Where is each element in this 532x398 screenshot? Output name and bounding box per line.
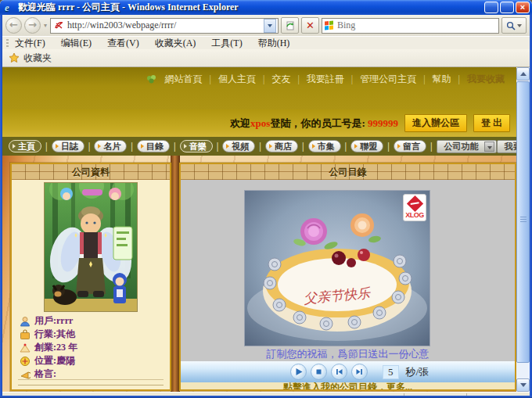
maximize-button[interactable]	[500, 2, 514, 13]
welcome-username: xpos	[250, 117, 270, 130]
arrow-icon	[354, 144, 358, 149]
history-chevron-icon[interactable]: ▾	[44, 22, 47, 29]
profile-field: 位置:慶陽	[20, 354, 165, 368]
separator: |	[387, 141, 390, 152]
interval-value[interactable]: 5	[383, 365, 399, 379]
arrow-icon	[312, 144, 315, 149]
field-value: 慶陽	[56, 354, 75, 368]
separator: |	[297, 74, 299, 85]
scrollbar-thumb[interactable]	[516, 81, 530, 363]
motto-icon	[20, 369, 31, 380]
slideshow-image[interactable]: 父亲节快乐 XLOG	[245, 191, 430, 346]
window-title: 歡迎光臨 rrrr - 公司主頁 - Windows Internet Expl…	[18, 1, 484, 14]
enter-office-button[interactable]: 進入辦公區	[404, 114, 467, 132]
welcome-prefix: 欢迎	[230, 117, 250, 131]
play-button[interactable]	[290, 364, 307, 380]
tab-label: 公司功能	[444, 141, 479, 152]
divider	[18, 385, 164, 385]
tab-label: 留言	[403, 141, 420, 152]
tab-item[interactable]: 音樂	[180, 140, 213, 152]
tab-item[interactable]: 商店	[265, 140, 298, 152]
previous-button[interactable]	[331, 364, 347, 380]
favorites-bar[interactable]: 收藏夹	[2, 49, 530, 67]
toolbar-grip[interactable]	[6, 39, 9, 48]
scroll-down-icon[interactable]	[516, 378, 530, 392]
site-favicon-icon	[54, 20, 64, 30]
tab-item[interactable]: 聯盟	[350, 140, 383, 152]
field-label: 位置:	[34, 354, 56, 368]
search-input[interactable]	[336, 19, 496, 32]
separator: |	[458, 74, 460, 85]
slideshow-player: 5 秒/張	[181, 361, 515, 382]
separator: |	[351, 74, 353, 85]
refresh-button[interactable]	[281, 17, 299, 34]
field-value: 23 年	[56, 341, 77, 354]
tab-label: 音樂	[189, 141, 207, 152]
window-border-left	[0, 15, 2, 398]
stop-button[interactable]: ✕	[301, 17, 319, 34]
menu-item[interactable]: 工具(T)	[211, 37, 242, 50]
address-dropdown-icon[interactable]	[264, 19, 276, 33]
search-button[interactable]	[501, 17, 527, 34]
tab-item[interactable]: 視頻	[222, 140, 255, 152]
tab-label: 目錄	[146, 141, 164, 152]
xlog-diamond-icon	[406, 195, 422, 212]
tab-item[interactable]: 目錄	[137, 140, 170, 152]
tab-item[interactable]: 名片	[94, 140, 127, 152]
scroll-up-icon[interactable]	[516, 67, 530, 81]
separator: |	[259, 141, 261, 152]
company-info-title: 公司資料	[72, 166, 110, 179]
title-bar[interactable]: e 歡迎光臨 rrrr - 公司主頁 - Windows Internet Ex…	[0, 0, 532, 15]
search-dropdown-icon[interactable]	[517, 24, 522, 27]
welcome-row: 欢迎xpos登陆，你的员工号是: 999999 進入辦公區 登 出	[230, 114, 510, 132]
ie-logo-icon: e	[5, 2, 16, 13]
arrow-icon	[56, 144, 59, 149]
tab-item[interactable]: 主頁	[9, 140, 41, 152]
menu-item[interactable]: 查看(V)	[107, 37, 139, 50]
site-nav-item[interactable]: 我要註冊	[307, 73, 344, 86]
address-input[interactable]	[66, 19, 264, 32]
tab-dropdown[interactable]: 公司功能	[437, 140, 497, 153]
divider	[18, 379, 164, 380]
site-nav-item[interactable]: 管理公司主頁	[360, 73, 416, 86]
field-label: 創業:	[34, 341, 56, 354]
profile-field: 用戶:rrrr	[20, 314, 165, 328]
field-value: rrrr	[56, 315, 73, 327]
company-directory-title: 公司目錄	[329, 166, 367, 179]
tab-item[interactable]: 市集	[308, 140, 341, 152]
page-scrollbar[interactable]	[516, 67, 530, 392]
next-button[interactable]	[351, 364, 368, 380]
menu-item[interactable]: 收藏夹(A)	[155, 37, 196, 50]
separator: |	[45, 141, 48, 152]
directory-more-link[interactable]: 點擊進入我的公司目錄，更多...	[181, 382, 515, 389]
minimize-button[interactable]	[484, 2, 498, 13]
menu-item[interactable]: 文件(F)	[15, 37, 45, 50]
site-nav-item[interactable]: 個人主頁	[218, 73, 256, 86]
forward-button[interactable]: →	[24, 17, 41, 34]
search-box	[322, 18, 499, 34]
logout-button[interactable]: 登 出	[473, 114, 510, 132]
menu-item[interactable]: 编辑(E)	[61, 37, 92, 50]
site-nav-item[interactable]: 網站首頁	[165, 73, 203, 86]
leaf-icon	[146, 74, 156, 84]
profile-field: 創業:23 年	[20, 341, 165, 354]
interval-unit: 秒/張	[406, 365, 430, 379]
stop-playback-button[interactable]	[311, 364, 327, 380]
back-button[interactable]: ←	[5, 17, 22, 34]
slideshow-caption: 訂制您的祝福，爲節日送出一份心意	[181, 347, 515, 361]
menu-item[interactable]: 帮助(H)	[258, 37, 290, 50]
tab-item[interactable]: 留言	[394, 140, 426, 152]
close-button[interactable]: ×	[516, 2, 530, 13]
tab-item[interactable]: 日誌	[52, 140, 84, 152]
separator: |	[174, 141, 176, 152]
company-directory-header: 公司目錄	[181, 164, 515, 180]
tab-label: 主頁	[18, 141, 35, 152]
webpage: 網站首頁|個人主頁|交友|我要註冊|管理公司主頁|幫助|我要收藏 欢迎xpos登…	[2, 67, 530, 392]
site-nav-item[interactable]: 幫助	[433, 73, 451, 86]
company-info-panel: 公司資料	[10, 163, 171, 391]
site-nav-item[interactable]: 交友	[271, 73, 290, 86]
site-header-band: 網站首頁|個人主頁|交友|我要註冊|管理公司主頁|幫助|我要收藏	[2, 67, 516, 109]
site-nav-item[interactable]: 我要收藏	[467, 73, 505, 86]
page-content: 公司資料	[2, 156, 516, 392]
separator: |	[345, 141, 347, 152]
